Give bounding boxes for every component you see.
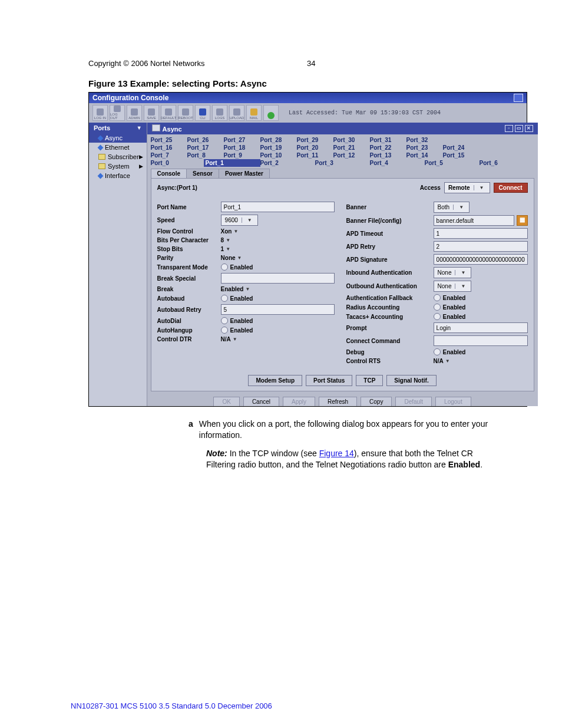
- foot-button-refresh[interactable]: Refresh: [319, 397, 357, 406]
- sub-button-tcp[interactable]: TCP: [356, 375, 383, 386]
- access-select[interactable]: Remote▼: [444, 182, 490, 193]
- foot-button-copy[interactable]: Copy: [361, 397, 392, 406]
- radio-icon[interactable]: [434, 313, 441, 320]
- window-control-icon[interactable]: [514, 94, 523, 102]
- port-port_2[interactable]: Port_2: [260, 159, 315, 167]
- port-port_17[interactable]: Port_17: [187, 144, 224, 151]
- port-port_15[interactable]: Port_15: [443, 151, 480, 159]
- port-port_4[interactable]: Port_4: [370, 159, 425, 167]
- field-port-name[interactable]: [221, 202, 335, 212]
- field-outbound-authentication[interactable]: None▼: [434, 281, 472, 292]
- port-port_18[interactable]: Port_18: [224, 144, 260, 151]
- field-parity[interactable]: None▼: [221, 255, 242, 261]
- port-port_10[interactable]: Port_10: [260, 151, 297, 159]
- field-autobaud[interactable]: Enabled: [221, 295, 253, 302]
- radio-icon[interactable]: [221, 263, 228, 271]
- nav-header[interactable]: Ports ▼: [89, 123, 147, 133]
- port-port_16[interactable]: Port_16: [151, 144, 187, 151]
- field-inbound-authentication[interactable]: None▼: [434, 267, 472, 278]
- toolbar-reboot-button[interactable]: REBOOT: [178, 105, 193, 121]
- radio-icon[interactable]: [434, 294, 441, 301]
- field-tacacs-accounting[interactable]: Enabled: [434, 313, 466, 320]
- port-port_29[interactable]: Port_29: [297, 136, 333, 144]
- field-bits-per-character[interactable]: 8▼: [221, 237, 230, 243]
- port-port_11[interactable]: Port_11: [297, 151, 333, 159]
- field-speed[interactable]: 9600▼: [221, 215, 258, 226]
- radio-icon[interactable]: [221, 295, 228, 302]
- field-radius-accounting[interactable]: Enabled: [434, 304, 466, 311]
- port-port_13[interactable]: Port_13: [370, 151, 406, 159]
- toolbar-save-button[interactable]: SAVE: [144, 105, 159, 121]
- field-control-dtr[interactable]: N/A▼: [221, 336, 237, 342]
- connect-button[interactable]: Connect: [494, 183, 528, 193]
- toolbar-upload-button[interactable]: UPLOAD: [229, 105, 244, 121]
- port-port_26[interactable]: Port_26: [187, 136, 224, 144]
- close-icon[interactable]: ✕: [525, 125, 533, 132]
- toolbar-log in-button[interactable]: LOG IN: [92, 105, 108, 121]
- browse-button[interactable]: ▦: [517, 215, 528, 226]
- foot-button-cancel[interactable]: Cancel: [243, 397, 279, 406]
- minimize-icon[interactable]: ▫: [505, 125, 513, 132]
- radio-icon[interactable]: [221, 317, 228, 324]
- field-apd-retry[interactable]: [434, 241, 528, 252]
- port-port_24[interactable]: Port_24: [443, 144, 480, 151]
- port-port_19[interactable]: Port_19: [260, 144, 297, 151]
- nav-item-async[interactable]: Async: [89, 133, 147, 143]
- field-control-rts[interactable]: N/A▼: [434, 358, 450, 364]
- radio-icon[interactable]: [434, 348, 441, 355]
- port-port_12[interactable]: Port_12: [333, 151, 370, 159]
- field-autodial[interactable]: Enabled: [221, 317, 253, 324]
- sub-button-port-status[interactable]: Port Status: [306, 375, 352, 386]
- port-port_9[interactable]: Port_9: [224, 151, 260, 159]
- port-port_1[interactable]: Port_1: [204, 159, 260, 167]
- nav-item-ethernet[interactable]: Ethernet: [89, 143, 147, 152]
- radio-icon[interactable]: [434, 304, 441, 311]
- toolbar-default-button[interactable]: DEFAULT: [161, 105, 176, 121]
- field-break-special[interactable]: [221, 273, 335, 284]
- port-port_0[interactable]: Port_0: [151, 159, 206, 167]
- figure-link[interactable]: Figure 14: [319, 449, 354, 458]
- port-port_28[interactable]: Port_28: [260, 136, 297, 144]
- port-port_25[interactable]: Port_25: [151, 136, 187, 144]
- port-port_7[interactable]: Port_7: [151, 151, 187, 159]
- toolbar-mail-button[interactable]: MAIL: [246, 105, 262, 121]
- port-port_8[interactable]: Port_8: [187, 151, 224, 159]
- port-port_30[interactable]: Port_30: [333, 136, 370, 144]
- sub-button-modem-setup[interactable]: Modem Setup: [248, 375, 302, 386]
- port-port_32[interactable]: Port_32: [406, 136, 443, 144]
- field-autobaud-retry[interactable]: [221, 304, 335, 315]
- port-port_5[interactable]: Port_5: [425, 159, 480, 167]
- toolbar-cli-button[interactable]: CLI: [195, 105, 210, 121]
- field-flow-control[interactable]: Xon▼: [221, 228, 239, 235]
- field-stop-bits[interactable]: 1▼: [221, 246, 230, 252]
- port-port_3[interactable]: Port_3: [315, 159, 370, 167]
- maximize-icon[interactable]: ▭: [515, 125, 523, 132]
- field-apd-signature[interactable]: [434, 254, 528, 265]
- toolbar-admin-button[interactable]: ADMIN: [127, 105, 142, 121]
- toolbar-log out-button[interactable]: LOG OUT: [110, 105, 125, 121]
- port-port_22[interactable]: Port_22: [370, 144, 406, 151]
- port-port_14[interactable]: Port_14: [406, 151, 443, 159]
- field-connect-command[interactable]: [434, 335, 528, 346]
- nav-item-system[interactable]: System▶: [89, 162, 147, 171]
- port-port_23[interactable]: Port_23: [406, 144, 443, 151]
- field-authentication-fallback[interactable]: Enabled: [434, 294, 466, 301]
- input[interactable]: [434, 215, 514, 226]
- nav-item-interface[interactable]: Interface: [89, 171, 147, 180]
- sub-button-signal-notif-[interactable]: Signal Notif.: [386, 375, 436, 386]
- port-port_21[interactable]: Port_21: [333, 144, 370, 151]
- toolbar-logs-button[interactable]: LOGS: [212, 105, 227, 121]
- tab-power-master[interactable]: Power Master: [219, 169, 270, 178]
- field-autohangup[interactable]: Enabled: [221, 327, 253, 334]
- port-port_20[interactable]: Port_20: [297, 144, 333, 151]
- field-transparent-mode[interactable]: Enabled: [221, 263, 253, 271]
- field-prompt[interactable]: [434, 322, 528, 333]
- tab-console[interactable]: Console: [151, 169, 187, 178]
- field-apd-timeout[interactable]: [434, 228, 528, 239]
- port-port_27[interactable]: Port_27: [224, 136, 260, 144]
- port-port_6[interactable]: Port_6: [480, 159, 534, 167]
- field-banner[interactable]: Both▼: [434, 202, 470, 213]
- field-break[interactable]: Enabled▼: [221, 286, 250, 292]
- nav-item-subscriber[interactable]: Subscriber▶: [89, 152, 147, 162]
- field-debug[interactable]: Enabled: [434, 348, 466, 355]
